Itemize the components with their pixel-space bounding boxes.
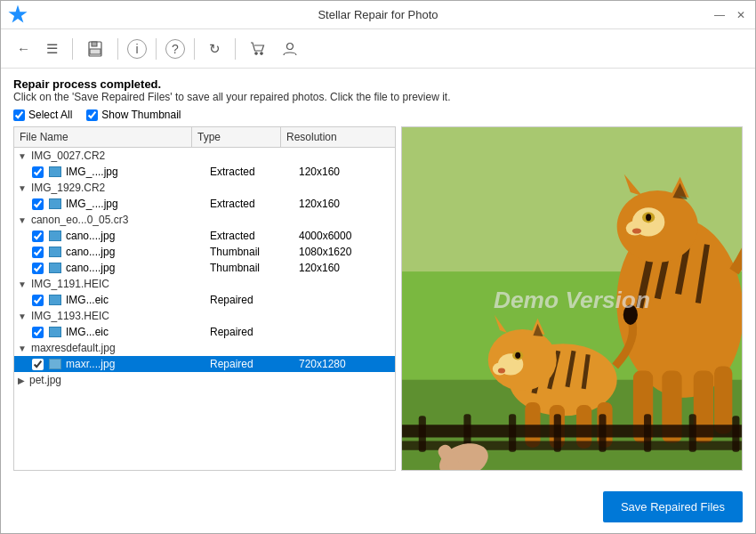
svg-point-19: [632, 228, 641, 233]
list-item[interactable]: IMG_....jpg Extracted 120x160: [14, 164, 395, 180]
svg-rect-49: [419, 416, 426, 452]
list-item[interactable]: ▼ IMG_1191.HEIC: [14, 276, 395, 292]
options-bar: Select All Show Thumbnail: [13, 109, 743, 121]
file-icon: [49, 247, 61, 257]
cart-button[interactable]: [245, 37, 271, 61]
file-name: cano....jpg: [66, 262, 115, 274]
menu-button[interactable]: ☰: [41, 37, 63, 61]
select-all-label[interactable]: Select All: [13, 109, 72, 121]
file-icon: [49, 263, 61, 273]
status-message: Repair process completed. Click on the '…: [13, 77, 743, 103]
chevron-icon: ▼: [18, 151, 27, 161]
svg-point-3: [255, 52, 257, 53]
show-thumbnail-label[interactable]: Show Thumbnail: [86, 109, 181, 121]
refresh-button[interactable]: ↻: [204, 37, 226, 61]
list-item[interactable]: ▶ pet.jpg: [14, 372, 395, 388]
list-item[interactable]: ▼ IMG_0027.CR2: [14, 148, 395, 164]
toolbar-sep-1: [72, 38, 73, 60]
select-all-checkbox[interactable]: [13, 109, 25, 121]
list-item[interactable]: IMG...eic Repaired: [14, 324, 395, 340]
col-header-name: File Name: [14, 127, 192, 147]
list-item[interactable]: ▼ IMG_1193.HEIC: [14, 308, 395, 324]
file-checkbox[interactable]: [32, 198, 44, 210]
title-bar: Stellar Repair for Photo — ✕: [1, 1, 755, 29]
svg-point-38: [498, 368, 505, 374]
toolbar-sep-4: [194, 38, 195, 60]
file-name: cano....jpg: [66, 246, 115, 258]
group-name: IMG_0027.CR2: [31, 150, 105, 162]
file-name: IMG...eic: [66, 294, 109, 306]
file-resolution: [299, 294, 391, 306]
svg-rect-55: [689, 414, 696, 452]
list-item[interactable]: cano....jpg Extracted 4000x6000: [14, 228, 395, 244]
file-checkbox[interactable]: [32, 166, 44, 178]
file-icon: [49, 359, 61, 369]
list-item[interactable]: maxr....jpg Repaired 720x1280: [14, 356, 395, 372]
toolbar: ← ☰ i ? ↻: [1, 29, 755, 69]
select-all-text: Select All: [28, 109, 72, 121]
bottom-bar: Save Repaired Files: [1, 480, 755, 533]
svg-rect-51: [509, 414, 516, 452]
back-button[interactable]: ←: [12, 37, 36, 60]
file-resolution: [299, 326, 391, 338]
list-item[interactable]: ▼ maxresdefault.jpg: [14, 340, 395, 356]
list-item[interactable]: IMG_....jpg Extracted 120x160: [14, 196, 395, 212]
show-thumbnail-checkbox[interactable]: [86, 109, 98, 121]
file-name: IMG...eic: [66, 326, 109, 338]
list-item[interactable]: cano....jpg Thumbnail 120x160: [14, 260, 395, 276]
window-controls: — ✕: [712, 8, 748, 22]
file-icon: [49, 295, 61, 305]
table-header: File Name Type Resolution: [14, 127, 395, 148]
file-checkbox[interactable]: [32, 359, 44, 370]
file-checkbox[interactable]: [32, 327, 44, 338]
chevron-icon: ▼: [18, 344, 27, 353]
list-item[interactable]: IMG...eic Repaired: [14, 292, 395, 308]
svg-rect-2: [90, 49, 101, 54]
help-button[interactable]: ?: [165, 39, 185, 59]
window-title: Stellar Repair for Photo: [318, 8, 438, 21]
file-type: Repaired: [210, 326, 299, 338]
file-type: Repaired: [210, 294, 299, 306]
file-name: IMG_....jpg: [66, 166, 118, 178]
svg-rect-52: [554, 414, 561, 452]
toolbar-sep-2: [117, 38, 118, 60]
chevron-icon: ▼: [18, 312, 27, 321]
file-type: Extracted: [210, 230, 299, 242]
file-name: maxr....jpg: [66, 358, 115, 370]
group-name: maxresdefault.jpg: [31, 342, 116, 354]
user-button[interactable]: [277, 37, 303, 61]
svg-point-37: [515, 352, 520, 359]
app-window: Stellar Repair for Photo — ✕ ← ☰ i ? ↻ R…: [0, 0, 756, 534]
save-repaired-button[interactable]: Save Repaired Files: [603, 491, 743, 522]
close-button[interactable]: ✕: [734, 8, 748, 22]
file-checkbox[interactable]: [32, 231, 44, 242]
svg-rect-53: [599, 414, 606, 452]
list-item[interactable]: ▼ IMG_1929.CR2: [14, 180, 395, 196]
file-checkbox[interactable]: [32, 263, 44, 274]
file-list-scroll[interactable]: ▼ IMG_0027.CR2 IMG_....jpg: [14, 148, 395, 470]
file-icon: [49, 327, 61, 337]
file-type: Thumbnail: [210, 246, 299, 258]
chevron-icon: ▶: [18, 376, 25, 385]
svg-point-18: [646, 214, 651, 221]
file-icon: [49, 198, 61, 209]
group-name: canon_eo...0_05.cr3: [31, 214, 128, 226]
group-name: IMG_1929.CR2: [31, 182, 105, 194]
file-checkbox[interactable]: [32, 295, 44, 306]
file-icon: [49, 231, 61, 241]
file-type: Repaired: [210, 358, 299, 370]
file-checkbox[interactable]: [32, 247, 44, 258]
list-item[interactable]: ▼ canon_eo...0_05.cr3: [14, 212, 395, 228]
group-name: IMG_1191.HEIC: [31, 278, 109, 290]
title-bar-left: [8, 5, 28, 25]
save-file-button[interactable]: [82, 37, 109, 61]
toolbar-sep-5: [235, 38, 236, 60]
file-type: Thumbnail: [210, 262, 299, 274]
info-button[interactable]: i: [127, 39, 147, 59]
list-item[interactable]: cano....jpg Thumbnail 1080x1620: [14, 244, 395, 260]
minimize-button[interactable]: —: [712, 8, 727, 22]
file-resolution: 4000x6000: [299, 230, 391, 242]
file-list-container: File Name Type Resolution ▼ IMG_0027.CR2: [13, 126, 396, 471]
status-sub-text: Click on the 'Save Repaired Files' to sa…: [13, 91, 743, 103]
svg-rect-54: [644, 414, 651, 452]
